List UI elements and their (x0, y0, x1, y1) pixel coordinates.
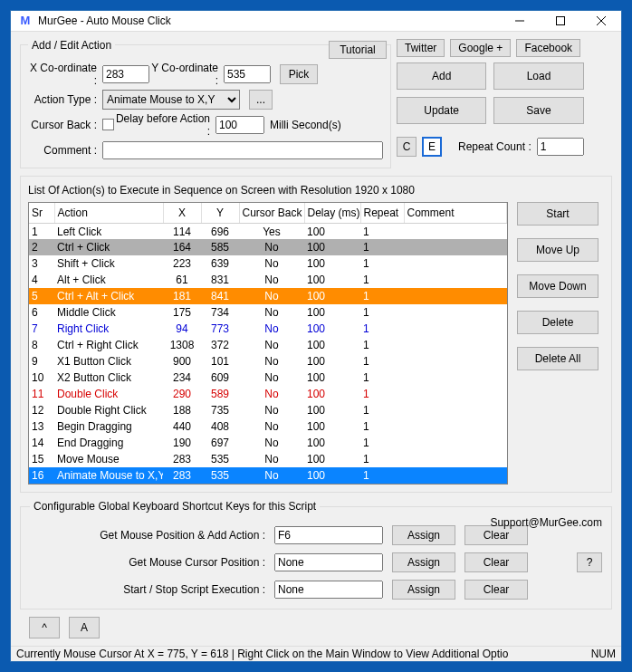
table-row[interactable]: 5Ctrl + Alt + Click181841No1001 (29, 288, 507, 304)
caret-button[interactable]: ^ (29, 617, 60, 638)
cell-x: 61 (163, 272, 201, 288)
repeat-input[interactable] (537, 138, 584, 156)
support-link[interactable]: Support@MurGee.com (490, 516, 602, 529)
move-up-button[interactable]: Move Up (517, 238, 598, 262)
cell-x: 188 (163, 402, 201, 418)
table-row[interactable]: 16Animate Mouse to X,Y283535No1001 (29, 467, 507, 484)
c-button[interactable]: C (397, 137, 417, 157)
th-repeat[interactable]: Repeat (360, 203, 404, 224)
sh1-assign[interactable]: Assign (392, 525, 455, 545)
comment-label: Comment : (28, 144, 102, 157)
th-cb[interactable]: Cursor Back (239, 203, 304, 224)
cell-cb: No (239, 451, 304, 467)
cell-action: Begin Dragging (54, 418, 163, 435)
th-delay[interactable]: Delay (ms) (304, 203, 360, 224)
y-input[interactable] (224, 65, 271, 83)
cell-cb: No (239, 288, 304, 304)
maximize-button[interactable] (540, 11, 580, 31)
status-text: Currently Mouse Cursor At X = 775, Y = 6… (16, 648, 508, 660)
action-table[interactable]: Sr Action X Y Cursor Back Delay (ms) Rep… (28, 202, 508, 485)
close-button[interactable] (580, 11, 621, 31)
cell-cb: No (239, 467, 304, 484)
table-row[interactable]: 1Left Click114696Yes1001 (29, 223, 507, 239)
table-row[interactable]: 9X1 Button Click900101No1001 (29, 353, 507, 370)
cell-delay: 100 (304, 288, 360, 304)
cell-cb: No (239, 255, 304, 272)
table-row[interactable]: 3Shift + Click223639No1001 (29, 255, 507, 272)
cell-y: 408 (201, 418, 239, 435)
facebook-button[interactable]: Facebook (516, 39, 580, 57)
sh1-input[interactable] (274, 526, 383, 544)
cell-action: Double Click (54, 386, 163, 402)
x-input[interactable] (102, 65, 149, 83)
th-x[interactable]: X (163, 203, 201, 224)
cell-comment (404, 304, 507, 321)
sh2-assign[interactable]: Assign (392, 552, 455, 572)
cursor-back-checkbox[interactable] (102, 119, 114, 130)
titlebar[interactable]: M MurGee - Auto Mouse Click (11, 11, 621, 32)
delay-input[interactable] (215, 116, 264, 134)
repeat-label: Repeat Count : (458, 140, 531, 153)
cell-comment (404, 418, 507, 435)
sh2-input[interactable] (274, 553, 383, 571)
cell-repeat: 1 (360, 402, 404, 418)
tutorial-button[interactable]: Tutorial (329, 41, 387, 59)
cell-cb: No (239, 418, 304, 435)
cell-x: 114 (163, 223, 201, 239)
th-action[interactable]: Action (54, 203, 163, 224)
cell-x: 175 (163, 304, 201, 321)
th-y[interactable]: Y (201, 203, 239, 224)
cell-cb: No (239, 239, 304, 255)
cell-comment (404, 467, 507, 484)
table-row[interactable]: 11Double Click290589No1001 (29, 386, 507, 402)
load-button[interactable]: Load (493, 62, 583, 90)
save-button[interactable]: Save (493, 97, 583, 124)
a-button[interactable]: A (69, 617, 100, 638)
cell-delay: 100 (304, 255, 360, 272)
cell-action: Alt + Click (54, 272, 163, 288)
table-row[interactable]: 7Right Click94773No1001 (29, 321, 507, 337)
action-type-select[interactable]: Animate Mouse to X,Y (102, 90, 240, 110)
twitter-button[interactable]: Twitter (397, 39, 445, 57)
cell-action: Shift + Click (54, 255, 163, 272)
delete-all-button[interactable]: Delete All (517, 347, 598, 370)
table-row[interactable]: 8Ctrl + Right Click1308372No1001 (29, 337, 507, 353)
cell-y: 735 (201, 402, 239, 418)
table-row[interactable]: 2Ctrl + Click164585No1001 (29, 239, 507, 255)
help-button[interactable]: ? (577, 552, 602, 572)
cell-y: 609 (201, 370, 239, 386)
cell-y: 696 (201, 223, 239, 239)
update-button[interactable]: Update (397, 97, 486, 124)
minimize-button[interactable] (499, 11, 540, 31)
start-button[interactable]: Start (517, 202, 598, 226)
cell-action: Left Click (54, 223, 163, 239)
cell-action: X1 Button Click (54, 353, 163, 370)
cell-sr: 13 (29, 418, 54, 435)
e-button[interactable]: E (422, 137, 442, 157)
sh3-input[interactable] (274, 581, 383, 599)
table-row[interactable]: 13Begin Dragging440408No1001 (29, 418, 507, 435)
cell-comment (404, 288, 507, 304)
table-row[interactable]: 12Double Right Click188735No1001 (29, 402, 507, 418)
th-comment[interactable]: Comment (404, 203, 507, 224)
delete-button[interactable]: Delete (517, 311, 598, 334)
table-row[interactable]: 14End Dragging190697No1001 (29, 435, 507, 451)
comment-input[interactable] (102, 141, 383, 159)
sh2-clear[interactable]: Clear (464, 552, 528, 572)
cell-x: 290 (163, 386, 201, 402)
add-button[interactable]: Add (397, 62, 486, 90)
more-button[interactable]: ... (249, 90, 273, 110)
table-row[interactable]: 4Alt + Click61831No1001 (29, 272, 507, 288)
table-row[interactable]: 10X2 Button Click234609No1001 (29, 370, 507, 386)
th-sr[interactable]: Sr (29, 203, 54, 224)
cell-repeat: 1 (360, 435, 404, 451)
sh3-assign[interactable]: Assign (392, 580, 455, 600)
cell-y: 372 (201, 337, 239, 353)
table-row[interactable]: 6Middle Click175734No1001 (29, 304, 507, 321)
table-row[interactable]: 15Move Mouse283535No1001 (29, 451, 507, 467)
sh3-clear[interactable]: Clear (464, 580, 528, 600)
move-down-button[interactable]: Move Down (517, 274, 598, 298)
cell-action: Ctrl + Right Click (54, 337, 163, 353)
google-button[interactable]: Google + (450, 39, 511, 57)
pick-button[interactable]: Pick (280, 64, 318, 84)
